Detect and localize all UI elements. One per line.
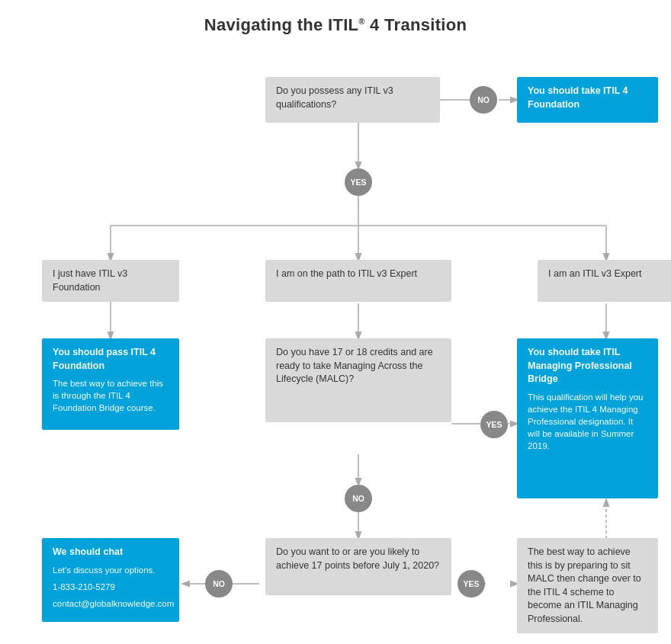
yes1-badge: YES xyxy=(345,168,372,196)
rec-malc-box: The best way to achieve this is by prepa… xyxy=(517,538,658,633)
question-1-box: Do you possess any ITIL v3 qualification… xyxy=(265,77,440,123)
mid-path-box: I am on the path to ITIL v3 Expert xyxy=(265,260,451,302)
flowchart: Do you possess any ITIL v3 qualification… xyxy=(23,50,648,630)
left-path-box: I just have ITIL v3 Foundation xyxy=(42,260,179,302)
rec-bridge-box: You should take ITIL Managing Profession… xyxy=(517,338,658,498)
yes2-badge: YES xyxy=(480,411,508,438)
right-path-box: I am an ITIL v3 Expert xyxy=(538,260,671,302)
question-2-box: Do you have 17 or 18 credits and are rea… xyxy=(265,338,451,422)
rec-chat-box: We should chat Let's discuss your option… xyxy=(42,538,179,622)
question-3-box: Do you want to or are you likely to achi… xyxy=(265,538,451,595)
no3-badge: NO xyxy=(205,570,233,598)
no1-badge: NO xyxy=(470,86,497,114)
no2-badge: NO xyxy=(345,485,372,512)
page: Navigating the ITIL® 4 Transition xyxy=(0,0,671,644)
page-title: Navigating the ITIL® 4 Transition xyxy=(23,15,648,35)
yes3-badge: YES xyxy=(458,570,485,598)
rec-foundation-box: You should take ITIL 4 Foundation xyxy=(517,77,658,123)
rec-pass-box: You should pass ITIL 4 Foundation The be… xyxy=(42,338,179,430)
